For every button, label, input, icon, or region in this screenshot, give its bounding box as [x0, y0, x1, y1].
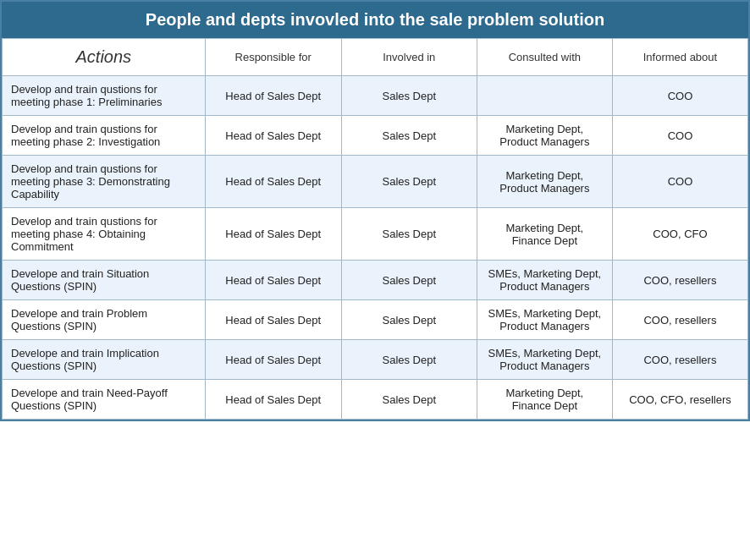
cell-involved: Sales Dept	[341, 76, 477, 116]
cell-informed: COO	[612, 156, 747, 208]
cell-consulted: SMEs, Marketing Dept, Product Managers	[477, 340, 612, 380]
cell-informed: COO, CFO, resellers	[612, 380, 747, 420]
table-row: Develope and train Implication Questions…	[3, 340, 748, 380]
cell-action: Develop and train qustions for meeting p…	[3, 208, 206, 261]
cell-action: Develop and train qustions for meeting p…	[3, 156, 206, 208]
main-container: People and depts invovled into the sale …	[0, 0, 750, 421]
cell-responsible: Head of Sales Dept	[205, 261, 341, 300]
cell-involved: Sales Dept	[341, 300, 477, 340]
table-row: Develope and train Need-Payoff Questions…	[3, 380, 748, 420]
header-consulted: Consulted with	[477, 39, 612, 76]
cell-involved: Sales Dept	[341, 380, 477, 420]
cell-responsible: Head of Sales Dept	[205, 208, 341, 261]
cell-involved: Sales Dept	[341, 116, 477, 156]
header-informed: Informed about	[612, 39, 747, 76]
cell-informed: COO, CFO	[612, 208, 747, 261]
main-table: Actions Responsible for Involved in Cons…	[2, 38, 748, 420]
cell-informed: COO	[612, 116, 747, 156]
cell-consulted: SMEs, Marketing Dept, Product Managers	[477, 300, 612, 340]
cell-informed: COO, resellers	[612, 300, 747, 340]
table-row: Develop and train qustions for meeting p…	[3, 156, 748, 208]
header-involved: Involved in	[341, 39, 477, 76]
cell-responsible: Head of Sales Dept	[205, 116, 341, 156]
cell-action: Develope and train Implication Questions…	[3, 340, 206, 380]
page-title: People and depts invovled into the sale …	[2, 2, 748, 38]
cell-action: Develop and train qustions for meeting p…	[3, 116, 206, 156]
cell-involved: Sales Dept	[341, 340, 477, 380]
cell-involved: Sales Dept	[341, 156, 477, 208]
cell-involved: Sales Dept	[341, 261, 477, 300]
header-responsible: Responsible for	[205, 39, 341, 76]
table-row: Develope and train Situation Questions (…	[3, 261, 748, 300]
cell-involved: Sales Dept	[341, 208, 477, 261]
table-row: Develop and train qustions for meeting p…	[3, 76, 748, 116]
cell-responsible: Head of Sales Dept	[205, 156, 341, 208]
cell-consulted	[477, 76, 612, 116]
table-row: Develop and train qustions for meeting p…	[3, 208, 748, 261]
cell-action: Develope and train Need-Payoff Questions…	[3, 380, 206, 420]
cell-consulted: Marketing Dept, Finance Dept	[477, 380, 612, 420]
cell-responsible: Head of Sales Dept	[205, 380, 341, 420]
cell-action: Develope and train Situation Questions (…	[3, 261, 206, 300]
cell-consulted: Marketing Dept, Finance Dept	[477, 208, 612, 261]
cell-informed: COO, resellers	[612, 340, 747, 380]
table-row: Develope and train Problem Questions (SP…	[3, 300, 748, 340]
cell-responsible: Head of Sales Dept	[205, 76, 341, 116]
cell-consulted: SMEs, Marketing Dept, Product Managers	[477, 261, 612, 300]
cell-informed: COO, resellers	[612, 261, 747, 300]
cell-responsible: Head of Sales Dept	[205, 300, 341, 340]
cell-consulted: Marketing Dept, Product Managers	[477, 156, 612, 208]
header-actions: Actions	[3, 39, 206, 76]
cell-action: Develop and train qustions for meeting p…	[3, 76, 206, 116]
cell-informed: COO	[612, 76, 747, 116]
cell-action: Develope and train Problem Questions (SP…	[3, 300, 206, 340]
cell-consulted: Marketing Dept, Product Managers	[477, 116, 612, 156]
table-row: Develop and train qustions for meeting p…	[3, 116, 748, 156]
cell-responsible: Head of Sales Dept	[205, 340, 341, 380]
